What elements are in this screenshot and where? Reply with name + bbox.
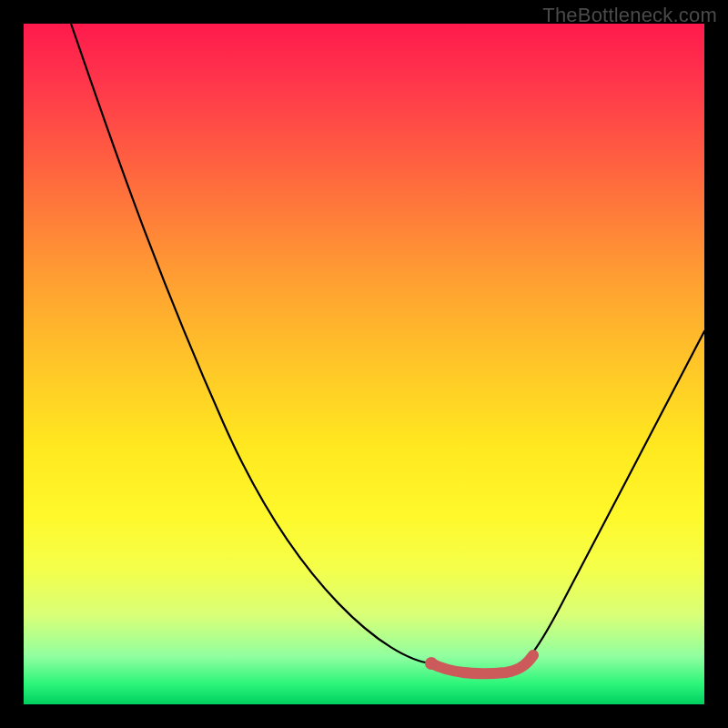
- watermark-text: TheBottleneck.com: [542, 4, 717, 27]
- bottleneck-curve-svg: [24, 24, 704, 704]
- chart-frame: TheBottleneck.com: [0, 0, 728, 728]
- curve-path: [71, 24, 704, 673]
- gradient-plot-area: [24, 24, 704, 704]
- optimal-range-path: [431, 655, 533, 673]
